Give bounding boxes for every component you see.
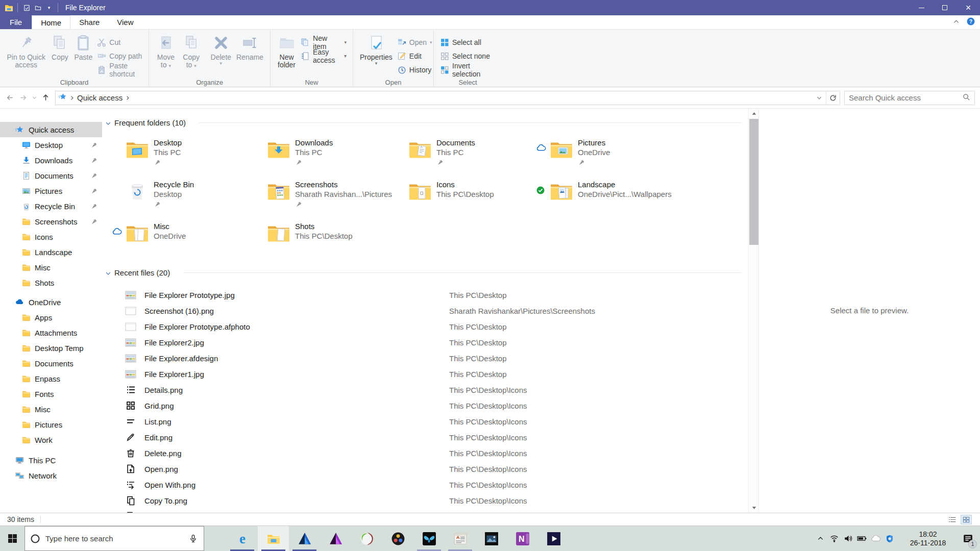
easy-access-button[interactable]: Easy access▾ — [299, 49, 349, 63]
recent-file-row[interactable]: File Explorer1.jpgThis PC\Desktop — [102, 367, 742, 381]
invert-selection-button[interactable]: Invert selection — [438, 63, 498, 77]
sidebar-item-documents[interactable]: Documents — [0, 168, 102, 183]
microphone-icon[interactable] — [189, 534, 198, 543]
address-bar[interactable]: Quick access — [55, 91, 840, 105]
recent-file-row[interactable]: Details.pngThis PC\Desktop\Icons — [102, 383, 742, 396]
open-button[interactable]: Open▾ — [395, 35, 434, 49]
sidebar-item-screenshots[interactable]: Screenshots — [0, 214, 102, 229]
details-view-button[interactable] — [946, 515, 958, 524]
refresh-icon[interactable] — [826, 91, 840, 105]
pin-to-quick-access-button[interactable]: Pin to Quick access — [4, 32, 48, 69]
taskbar-app-onenote[interactable]: N — [507, 526, 538, 551]
sidebar-item-recycle-bin[interactable]: Recycle Bin — [0, 198, 102, 214]
recent-file-row[interactable]: File Explorer.afdesignThis PC\Desktop — [102, 352, 742, 365]
search-icon[interactable] — [963, 93, 970, 103]
history-button[interactable]: History — [395, 63, 434, 77]
taskbar-app-affinity-photo[interactable] — [320, 526, 351, 551]
recent-file-row[interactable]: Copy To.pngThis PC\Desktop\Icons — [102, 494, 742, 507]
collapse-section-icon[interactable] — [105, 119, 111, 126]
vertical-scrollbar[interactable] — [748, 109, 758, 513]
sidebar-item-documents[interactable]: Documents — [0, 356, 102, 371]
frequent-folder-icons[interactable]: IconsThis PC\Desktop — [395, 179, 534, 216]
taskbar-app-file-explorer[interactable] — [258, 526, 289, 551]
taskbar-app-edge[interactable]: e — [227, 526, 258, 551]
minimize-button[interactable] — [910, 0, 933, 15]
taskbar-app-butterfly-app[interactable] — [413, 526, 445, 551]
sidebar-item-downloads[interactable]: Downloads — [0, 153, 102, 168]
frequent-folder-desktop[interactable]: DesktopThis PC — [112, 137, 251, 174]
volume-icon[interactable] — [841, 526, 855, 551]
security-shield-icon[interactable] — [883, 526, 896, 551]
edit-button[interactable]: Edit — [395, 49, 434, 63]
qat-customize-dropdown[interactable]: ▾ — [43, 2, 55, 13]
frequent-folder-recycle-bin[interactable]: Recycle BinDesktop — [112, 179, 251, 216]
sidebar-item-work[interactable]: Work — [0, 432, 102, 447]
recent-file-row[interactable]: Grid.pngThis PC\Desktop\Icons — [102, 399, 742, 412]
recent-file-row[interactable]: File Explorer Prototype.afphotoThis PC\D… — [102, 320, 742, 333]
paste-button[interactable]: Paste — [71, 32, 95, 61]
tab-share[interactable]: Share — [70, 15, 108, 29]
copy-button[interactable]: Copy — [48, 32, 71, 61]
recent-file-row[interactable]: File Explorer Prototype.jpgThis PC\Deskt… — [102, 288, 742, 302]
breadcrumb-chevron-icon[interactable] — [125, 95, 131, 101]
collapse-ribbon-icon[interactable] — [953, 18, 960, 27]
action-center-button[interactable]: 1 — [958, 526, 978, 551]
new-folder-button[interactable]: New folder — [275, 32, 299, 69]
sidebar-item-onedrive[interactable]: OneDrive — [0, 294, 102, 310]
onedrive-tray-icon[interactable] — [869, 526, 883, 551]
recent-locations-dropdown[interactable] — [30, 91, 39, 105]
back-button[interactable] — [3, 91, 16, 105]
sidebar-item-fonts[interactable]: Fonts — [0, 386, 102, 402]
collapse-section-icon[interactable] — [105, 269, 111, 276]
taskbar-app-notes-app[interactable] — [445, 526, 476, 551]
new-item-button[interactable]: New item▾ — [299, 35, 349, 49]
sidebar-item-attachments[interactable]: Attachments — [0, 325, 102, 340]
recent-file-row[interactable]: Open.pngThis PC\Desktop\Icons — [102, 462, 742, 475]
tab-home[interactable]: Home — [32, 15, 70, 29]
paste-shortcut-button[interactable]: Paste shortcut — [95, 63, 144, 77]
tab-view[interactable]: View — [108, 15, 142, 29]
frequent-folder-pictures[interactable]: PicturesOneDrive — [536, 137, 675, 174]
sidebar-item-network[interactable]: Network — [0, 468, 102, 483]
delete-button[interactable]: Delete ▾ — [208, 32, 234, 65]
taskbar-app-realplayer[interactable] — [351, 526, 382, 551]
frequent-folder-downloads[interactable]: DownloadsThis PC — [254, 137, 393, 174]
sidebar-item-quick-access[interactable]: Quick access — [0, 122, 102, 137]
sidebar-item-landscape[interactable]: Landscape — [0, 244, 102, 260]
maximize-button[interactable] — [933, 0, 957, 15]
sidebar-item-pictures[interactable]: Pictures — [0, 417, 102, 432]
recent-file-row[interactable]: Open With.pngThis PC\Desktop\Icons — [102, 478, 742, 491]
frequent-folder-documents[interactable]: DocumentsThis PC — [395, 137, 534, 174]
qat-new-folder-button[interactable] — [32, 2, 43, 13]
recent-file-row[interactable]: Delete.pngThis PC\Desktop\Icons — [102, 446, 742, 460]
taskbar-app-movies-tv[interactable] — [538, 526, 569, 551]
frequent-folders-header[interactable]: Frequent folders (10) — [105, 117, 186, 128]
sidebar-item-icons[interactable]: Icons — [0, 229, 102, 244]
wifi-icon[interactable] — [827, 526, 841, 551]
sidebar-item-desktop-temp[interactable]: Desktop Temp — [0, 340, 102, 356]
address-dropdown-icon[interactable] — [813, 91, 826, 105]
frequent-folder-misc[interactable]: MiscOneDrive — [112, 221, 251, 258]
sidebar-item-enpass[interactable]: Enpass — [0, 371, 102, 386]
battery-icon[interactable] — [855, 526, 869, 551]
sidebar-item-shots[interactable]: Shots — [0, 275, 102, 290]
up-button[interactable] — [39, 91, 52, 105]
recent-files-header[interactable]: Recent files (20) — [105, 267, 170, 278]
sidebar-item-misc[interactable]: Misc — [0, 260, 102, 275]
recent-file-row[interactable]: List.pngThis PC\Desktop\Icons — [102, 415, 742, 428]
taskbar-app-affinity-designer[interactable] — [289, 526, 320, 551]
recent-file-row[interactable]: File Explorer2.jpgThis PC\Desktop — [102, 336, 742, 349]
select-none-button[interactable]: Select none — [438, 49, 498, 63]
taskbar-app-photos[interactable] — [476, 526, 507, 551]
sidebar-item-this-pc[interactable]: This PC — [0, 453, 102, 468]
scroll-up-arrow[interactable] — [749, 109, 759, 118]
sidebar-item-desktop[interactable]: Desktop — [0, 137, 102, 153]
frequent-folder-screenshots[interactable]: ScreenshotsSharath Ravishan...\Pictures — [254, 179, 393, 216]
help-icon[interactable]: ? — [967, 17, 975, 27]
select-all-button[interactable]: Select all — [438, 35, 498, 49]
scrollbar-thumb[interactable] — [749, 119, 758, 245]
copy-to-button[interactable]: Copy to ▾ — [179, 32, 204, 69]
frequent-folder-shots[interactable]: ShotsThis PC\Desktop — [254, 221, 393, 258]
tab-file[interactable]: File — [0, 15, 32, 29]
rename-button[interactable]: Rename — [234, 32, 266, 61]
